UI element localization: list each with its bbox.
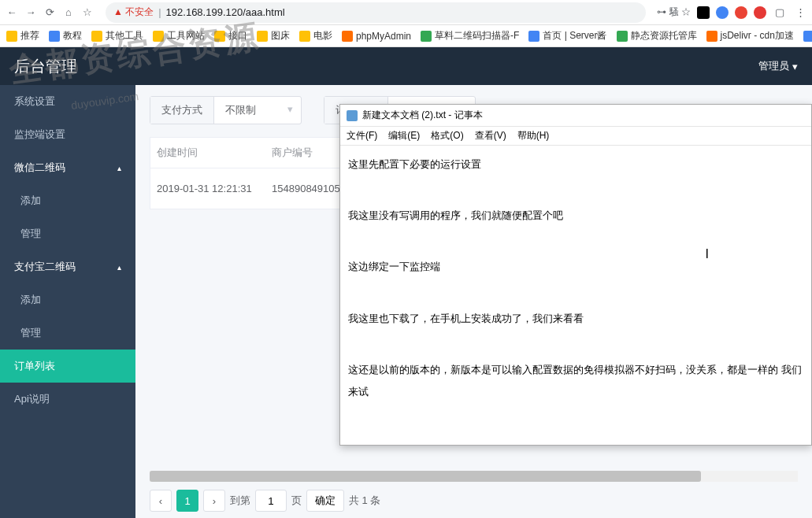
- menu-file[interactable]: 文件(F): [347, 129, 377, 142]
- notepad-titlebar[interactable]: 新建文本文档 (2).txt - 记事本: [340, 105, 811, 127]
- address-bar[interactable]: ▲ 不安全 | 192.168.199.120/aaa.html: [106, 2, 646, 23]
- menu-help[interactable]: 帮助(H): [517, 129, 550, 142]
- sidebar-item-manage[interactable]: 管理: [0, 217, 135, 250]
- menu-view[interactable]: 查看(V): [475, 129, 506, 142]
- menu-format[interactable]: 格式(O): [431, 129, 463, 142]
- sidebar-group-alipay-qr[interactable]: 支付宝二维码▴: [0, 250, 135, 283]
- url-text: 192.168.199.120/aaa.html: [166, 6, 285, 18]
- bookmark[interactable]: 教程: [49, 29, 82, 43]
- bookmark[interactable]: 电影: [299, 29, 332, 43]
- bookmarks-bar: 推荐 教程 其他工具 工具网站 接口 图床 电影 phpMyAdmin 草料二维…: [0, 25, 812, 47]
- sidebar-item-manage[interactable]: 管理: [0, 316, 135, 350]
- menu-icon[interactable]: ⋮: [793, 6, 807, 20]
- bookmark[interactable]: 其他工具: [91, 29, 143, 43]
- pay-method-filter[interactable]: 支付方式 不限制: [150, 96, 302, 124]
- sidebar-item-system[interactable]: 系统设置: [0, 85, 135, 118]
- bookmark[interactable]: 接口: [214, 29, 247, 43]
- sidebar-item-add[interactable]: 添加: [0, 184, 135, 217]
- ext-icon[interactable]: [697, 6, 710, 19]
- home-icon[interactable]: ⌂: [61, 6, 76, 20]
- bookmark[interactable]: 工具网站: [153, 29, 205, 43]
- page-input[interactable]: [255, 490, 287, 512]
- text-cursor-icon: I: [706, 240, 709, 268]
- bookmark[interactable]: phpMyAdmin: [342, 31, 411, 42]
- reload-icon[interactable]: ⟳: [43, 6, 57, 20]
- next-page-button[interactable]: ›: [203, 490, 225, 512]
- notepad-line: [348, 179, 803, 202]
- notepad-line: [348, 407, 803, 430]
- notepad-icon: [347, 110, 358, 121]
- notepad-line: 这还是以前的版本的，新版本是可以输入配置数据的免得模拟器不好扫码，没关系，都是一…: [348, 359, 803, 404]
- chevron-up-icon: ▴: [117, 164, 121, 172]
- page-confirm-button[interactable]: 确定: [306, 490, 344, 512]
- page-number[interactable]: 1: [176, 490, 198, 512]
- tab-icon[interactable]: ▢: [773, 6, 787, 20]
- notepad-line: 我这里也下载了，在手机上安装成功了，我们来看看: [348, 308, 803, 331]
- notepad-line: 我这里没有写调用的程序，我们就随便配置个吧: [348, 205, 803, 228]
- forward-icon[interactable]: →: [24, 6, 38, 20]
- star-icon[interactable]: ☆: [80, 6, 95, 20]
- extension-icons: ⊶ 騷 ☆ ▢ ⋮: [657, 6, 807, 20]
- sidebar-item-api[interactable]: Api说明: [0, 383, 135, 416]
- page-title: 后台管理: [14, 56, 77, 77]
- chevron-down-icon: ▾: [792, 61, 798, 72]
- bookmark[interactable]: 推荐: [6, 29, 39, 43]
- bookmark[interactable]: 草料二维码扫描器-F: [421, 29, 519, 43]
- bookmark[interactable]: 静态资源托管库: [617, 29, 697, 43]
- notepad-line: [348, 282, 803, 305]
- bookmark[interactable]: jsDelivr - cdn加速: [706, 29, 794, 43]
- browser-nav-bar: ← → ⟳ ⌂ ☆ ▲ 不安全 | 192.168.199.120/aaa.ht…: [0, 0, 812, 25]
- notepad-line: 这边绑定一下监控端: [348, 256, 803, 279]
- menu-edit[interactable]: 编辑(E): [388, 129, 420, 142]
- bookmark[interactable]: 图床: [257, 29, 290, 43]
- admin-header: 后台管理 管理员▾: [0, 47, 812, 85]
- ext-icon[interactable]: [735, 6, 747, 19]
- notepad-line: [348, 231, 803, 253]
- sidebar-item-orders[interactable]: 订单列表: [0, 350, 135, 383]
- ext-icon[interactable]: [754, 6, 766, 19]
- notepad-line: 这里先配置下必要的运行设置: [348, 154, 803, 176]
- sidebar-item-monitor[interactable]: 监控端设置: [0, 118, 135, 151]
- notepad-window: 新建文本文档 (2).txt - 记事本 文件(F) 编辑(E) 格式(O) 查…: [339, 104, 812, 446]
- prev-page-button[interactable]: ‹: [150, 490, 172, 512]
- horizontal-scrollbar[interactable]: [150, 471, 798, 482]
- sidebar-group-wechat-qr[interactable]: 微信二维码▴: [0, 151, 135, 184]
- notepad-line: [348, 433, 803, 445]
- insecure-warning-icon: ▲ 不安全: [113, 6, 154, 19]
- notepad-textarea[interactable]: I 这里先配置下必要的运行设置 我这里没有写调用的程序，我们就随便配置个吧 这边…: [340, 146, 811, 445]
- th-created: 创建时间: [150, 138, 266, 168]
- notepad-line: [348, 333, 803, 356]
- pagination: ‹ 1 › 到第 页 确定 共 1 条: [150, 490, 798, 512]
- back-icon[interactable]: ←: [5, 6, 19, 20]
- chevron-up-icon: ▴: [117, 263, 121, 272]
- notepad-menubar: 文件(F) 编辑(E) 格式(O) 查看(V) 帮助(H): [340, 127, 811, 146]
- user-menu[interactable]: 管理员▾: [758, 59, 798, 73]
- sidebar: 系统设置 监控端设置 微信二维码▴ 添加 管理 支付宝二维码▴ 添加 管理 订单…: [0, 85, 135, 518]
- bookmark[interactable]: 首页 | Server酱: [528, 29, 606, 43]
- sidebar-item-add[interactable]: 添加: [0, 283, 135, 316]
- bookmark[interactable]: 腾讯课堂: [803, 29, 812, 43]
- ext-icon[interactable]: [716, 6, 729, 19]
